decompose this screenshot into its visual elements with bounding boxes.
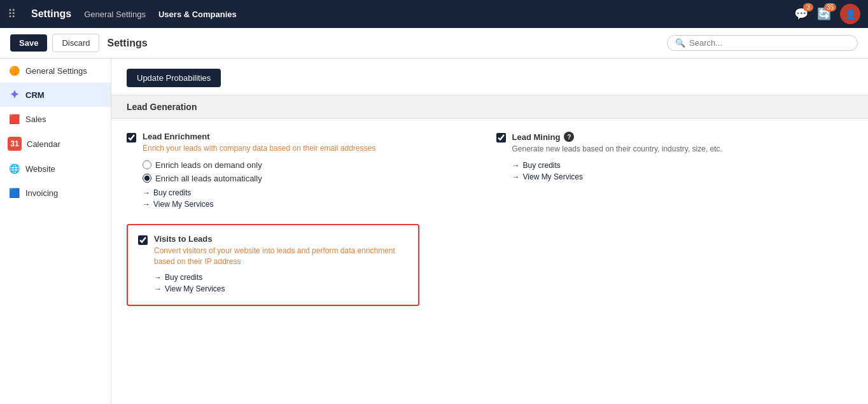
- lead-mining-view-services[interactable]: → View My Services: [512, 172, 853, 181]
- lead-enrichment-check[interactable]: [127, 133, 136, 211]
- radio-demand-option[interactable]: Enrich leads on demand only: [143, 160, 484, 170]
- invoicing-icon: 🟦: [8, 186, 20, 199]
- apps-icon[interactable]: ⠿: [8, 7, 16, 21]
- visits-to-leads-title: Visits to Leads: [154, 234, 408, 244]
- lead-mining-checkbox[interactable]: [496, 133, 506, 143]
- sidebar-item-calendar[interactable]: 31 Calendar: [0, 131, 111, 157]
- nav-right: 💬 3 🔄 35 👤: [794, 4, 860, 24]
- visits-to-leads-buy-credits[interactable]: → Buy credits: [154, 273, 408, 282]
- search-icon: 🔍: [675, 38, 685, 48]
- visits-to-leads-desc: Convert visitors of your website into le…: [154, 246, 408, 267]
- crm-icon: ✦: [8, 88, 20, 101]
- visits-to-leads-feature: Visits to Leads Convert visitors of your…: [138, 234, 408, 296]
- section-title: Lead Generation: [127, 102, 197, 112]
- radio-auto[interactable]: [143, 174, 151, 183]
- nav-link-general-settings[interactable]: General Settings: [84, 10, 146, 19]
- lead-mining-desc: Generate new leads based on their countr…: [512, 144, 853, 155]
- nav-link-users-companies[interactable]: Users & Companies: [158, 10, 237, 19]
- main-layout: 🟠 General Settings ✦ CRM 🟥 Sales 31 Cale…: [0, 59, 868, 404]
- sales-icon: 🟥: [8, 113, 20, 125]
- discard-button[interactable]: Discard: [52, 34, 99, 52]
- sidebar-label-crm: CRM: [25, 90, 45, 100]
- visits-to-leads-view-services[interactable]: → View My Services: [154, 284, 408, 293]
- search-input[interactable]: [689, 38, 850, 48]
- lead-enrichment-checkbox[interactable]: [127, 133, 136, 143]
- update-probabilities-button[interactable]: Update Probabilities: [127, 69, 221, 87]
- calendar-icon: 31: [8, 137, 22, 151]
- search-bar: 🔍: [667, 35, 858, 51]
- lead-mining-feature: Lead Mining ? Generate new leads based o…: [496, 132, 853, 211]
- lead-enrichment-content: Lead Enrichment Enrich your leads with c…: [143, 132, 484, 211]
- update-icon[interactable]: 🔄 35: [817, 7, 831, 21]
- chat-icon[interactable]: 💬 3: [794, 7, 808, 21]
- sidebar-item-general-settings[interactable]: 🟠 General Settings: [0, 59, 111, 83]
- sidebar-label-calendar: Calendar: [27, 139, 60, 149]
- main-content: Update Probabilities Lead Generation Lea…: [111, 59, 868, 404]
- sidebar-label-general-settings: General Settings: [25, 66, 87, 76]
- lead-enrichment-desc: Enrich your leads with company data base…: [143, 143, 484, 154]
- sidebar-item-website[interactable]: 🌐 Website: [0, 157, 111, 181]
- lead-generation-header: Lead Generation: [111, 95, 868, 119]
- toolbar: Save Discard Settings 🔍: [0, 28, 868, 59]
- update-prob-area: Update Probabilities: [111, 59, 868, 95]
- visits-to-leads-checkbox[interactable]: [138, 235, 148, 245]
- sidebar-label-sales: Sales: [25, 115, 46, 124]
- arrow-right-icon: →: [143, 188, 150, 197]
- section-body: Lead Enrichment Enrich your leads with c…: [111, 119, 868, 319]
- lead-enrichment-feature: Lead Enrichment Enrich your leads with c…: [127, 132, 484, 211]
- lead-mining-help-icon[interactable]: ?: [564, 132, 574, 142]
- lead-enrichment-radio-group: Enrich leads on demand only Enrich all l…: [143, 160, 484, 183]
- sidebar-label-invoicing: Invoicing: [25, 188, 58, 198]
- general-settings-icon: 🟠: [8, 64, 20, 77]
- visits-to-leads-content: Visits to Leads Convert visitors of your…: [154, 234, 408, 296]
- lead-mining-buy-credits[interactable]: → Buy credits: [512, 161, 853, 170]
- nav-title: Settings: [31, 8, 71, 20]
- arrow-right-icon4: →: [512, 172, 520, 181]
- sidebar-item-invoicing[interactable]: 🟦 Invoicing: [0, 181, 111, 205]
- radio-demand[interactable]: [143, 160, 151, 169]
- save-button[interactable]: Save: [10, 34, 47, 52]
- visits-to-leads-box: Visits to Leads Convert visitors of your…: [127, 224, 419, 307]
- lead-enrichment-title: Lead Enrichment: [143, 132, 484, 141]
- lead-mining-content: Lead Mining ? Generate new leads based o…: [512, 132, 853, 211]
- arrow-right-icon3: →: [512, 161, 520, 170]
- toolbar-title: Settings: [107, 38, 147, 49]
- visits-to-leads-check[interactable]: [138, 235, 148, 296]
- arrow-right-icon2: →: [143, 200, 150, 209]
- arrow-right-icon6: →: [154, 284, 162, 293]
- lead-mining-check[interactable]: [496, 133, 506, 211]
- sidebar: 🟠 General Settings ✦ CRM 🟥 Sales 31 Cale…: [0, 59, 111, 404]
- radio-auto-label: Enrich all leads automatically: [155, 174, 262, 183]
- website-icon: 🌐: [8, 162, 20, 175]
- radio-demand-label: Enrich leads on demand only: [155, 160, 262, 170]
- sidebar-label-website: Website: [25, 164, 55, 174]
- top-nav: ⠿ Settings General Settings Users & Comp…: [0, 0, 868, 28]
- update-badge: 35: [824, 3, 836, 11]
- radio-auto-option[interactable]: Enrich all leads automatically: [143, 174, 484, 183]
- lead-mining-title: Lead Mining ?: [512, 132, 853, 142]
- chat-badge: 3: [803, 3, 813, 11]
- lead-gen-columns: Lead Enrichment Enrich your leads with c…: [127, 132, 853, 211]
- lead-enrichment-buy-credits[interactable]: → Buy credits: [143, 188, 484, 197]
- arrow-right-icon5: →: [154, 273, 162, 282]
- sidebar-item-sales[interactable]: 🟥 Sales: [0, 107, 111, 131]
- user-avatar[interactable]: 👤: [840, 4, 860, 24]
- lead-enrichment-view-services[interactable]: → View My Services: [143, 200, 484, 209]
- sidebar-item-crm[interactable]: ✦ CRM: [0, 83, 111, 107]
